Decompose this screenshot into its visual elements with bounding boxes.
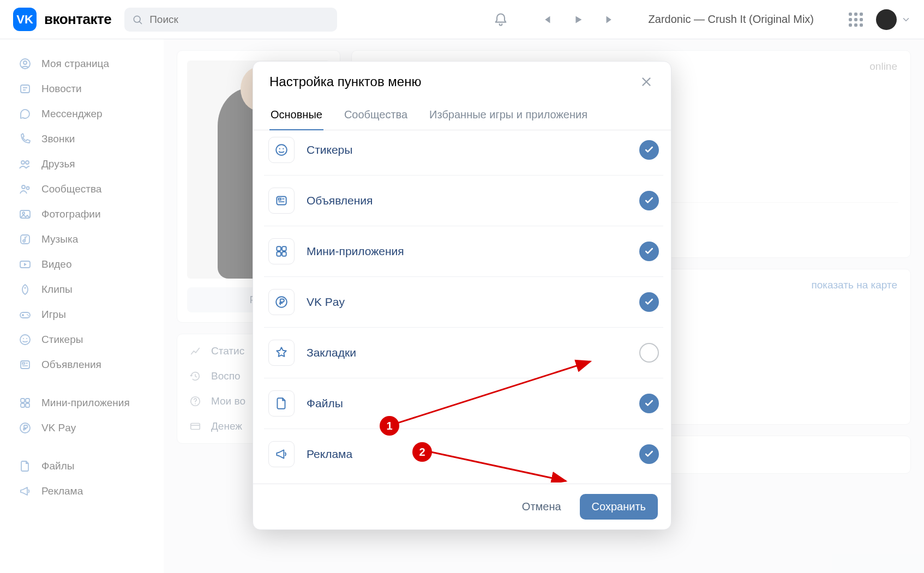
stickers-icon <box>268 137 295 163</box>
toggle-on[interactable] <box>639 394 659 413</box>
cancel-button[interactable]: Отмена <box>510 494 573 520</box>
modal-tabs: ОсновныеСообществаИзбранные игры и прило… <box>253 102 671 130</box>
toggle-off[interactable] <box>639 343 659 363</box>
file-icon <box>268 390 295 417</box>
menu-item-label: VK Pay <box>307 295 627 309</box>
close-icon[interactable] <box>638 74 655 90</box>
menu-item-row: Мини-приложения <box>264 226 663 276</box>
menu-item-row: Закладки <box>264 327 663 378</box>
toggle-on[interactable] <box>639 292 659 312</box>
modal-overlay: Настройка пунктов меню ОсновныеСообществ… <box>0 0 924 573</box>
menu-item-label: Реклама <box>307 448 627 461</box>
menu-item-row: Объявления <box>264 175 663 226</box>
toggle-on[interactable] <box>639 191 659 210</box>
modal-tab[interactable]: Основные <box>269 102 323 130</box>
menu-item-label: Объявления <box>307 194 627 207</box>
ruble-icon <box>268 289 295 315</box>
menu-item-label: Мини-приложения <box>307 245 627 258</box>
save-button[interactable]: Сохранить <box>580 494 658 520</box>
apps-icon <box>268 238 295 264</box>
menu-item-row: VK Pay <box>264 276 663 327</box>
toggle-on[interactable] <box>639 140 659 160</box>
modal-tab[interactable]: Избранные игры и приложения <box>428 102 589 130</box>
megaphone-icon <box>268 441 295 467</box>
ads-board-icon <box>268 188 295 214</box>
modal-tab[interactable]: Сообщества <box>343 102 409 130</box>
menu-item-label: Закладки <box>307 346 627 359</box>
menu-item-row: Стикеры <box>264 130 663 175</box>
modal-title: Настройка пунктов меню <box>269 74 421 89</box>
menu-settings-modal: Настройка пунктов меню ОсновныеСообществ… <box>253 61 671 530</box>
menu-item-row: Файлы <box>264 378 663 429</box>
bookmark-icon <box>268 340 295 366</box>
menu-item-label: Файлы <box>307 397 627 410</box>
toggle-on[interactable] <box>639 444 659 464</box>
menu-item-label: Стикеры <box>307 143 627 156</box>
menu-item-row: Реклама <box>264 429 663 479</box>
toggle-on[interactable] <box>639 242 659 261</box>
